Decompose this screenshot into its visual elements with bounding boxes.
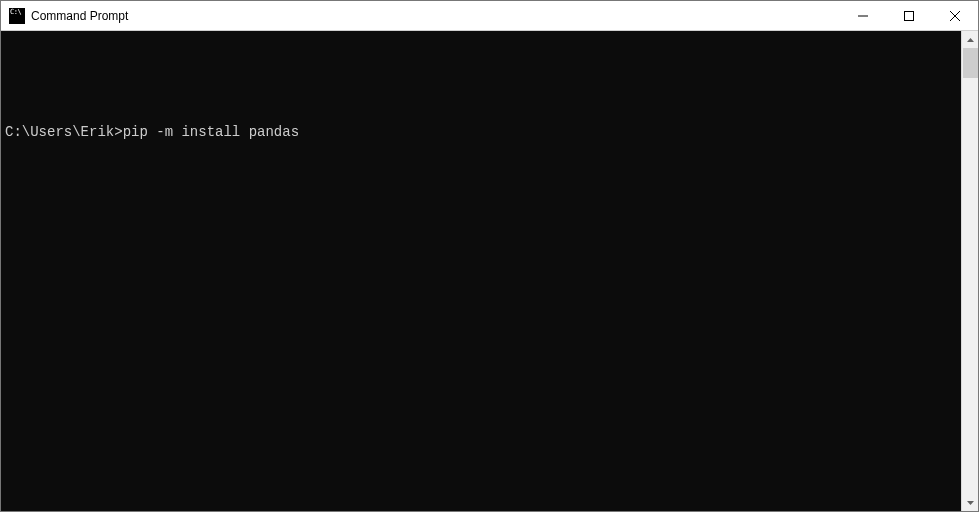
- maximize-icon: [904, 11, 914, 21]
- window-frame: Command Prompt C:\U: [0, 0, 979, 512]
- vertical-scrollbar[interactable]: [961, 31, 978, 511]
- scroll-down-button[interactable]: [962, 494, 979, 511]
- app-icon: [9, 8, 25, 24]
- maximize-button[interactable]: [886, 1, 932, 30]
- blank-line: [5, 69, 957, 87]
- window-controls: [840, 1, 978, 30]
- window-title: Command Prompt: [31, 9, 128, 23]
- minimize-button[interactable]: [840, 1, 886, 30]
- chevron-down-icon: [967, 501, 974, 505]
- console-output[interactable]: C:\Users\Erik>pip -m install pandas: [1, 31, 961, 511]
- titlebar[interactable]: Command Prompt: [1, 1, 978, 31]
- svg-rect-1: [905, 11, 914, 20]
- prompt-text: C:\Users\Erik>: [5, 124, 123, 140]
- minimize-icon: [858, 11, 868, 21]
- command-text: pip -m install pandas: [123, 124, 299, 140]
- scroll-thumb[interactable]: [963, 48, 978, 78]
- content-area: C:\Users\Erik>pip -m install pandas: [1, 31, 978, 511]
- scroll-up-button[interactable]: [962, 31, 979, 48]
- prompt-line: C:\Users\Erik>pip -m install pandas: [5, 123, 957, 141]
- chevron-up-icon: [967, 38, 974, 42]
- close-icon: [950, 11, 960, 21]
- close-button[interactable]: [932, 1, 978, 30]
